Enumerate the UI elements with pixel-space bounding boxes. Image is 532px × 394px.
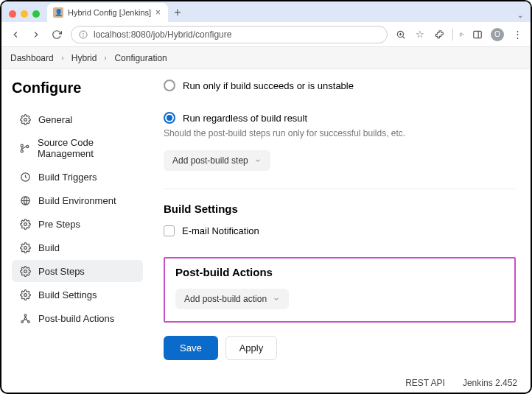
gear-icon xyxy=(19,242,31,253)
svg-point-25 xyxy=(27,320,29,323)
extensions-icon[interactable] xyxy=(433,29,445,41)
gear-icon xyxy=(19,289,31,300)
clock-icon xyxy=(19,171,31,183)
jenkins-version: Jenkins 2.452 xyxy=(463,378,517,388)
radio-icon xyxy=(164,112,175,124)
sidebar-item-label: Source Code Management xyxy=(38,137,136,159)
sidebar-item-label: Pre Steps xyxy=(38,219,80,230)
svg-point-24 xyxy=(21,320,23,323)
svg-point-26 xyxy=(24,317,27,320)
svg-line-29 xyxy=(26,319,28,321)
svg-point-15 xyxy=(27,145,29,147)
sidebar-item-source-code-management[interactable]: Source Code Management xyxy=(12,132,143,164)
sidebar-item-build[interactable]: Build xyxy=(12,236,143,258)
close-tab-icon[interactable]: × xyxy=(155,7,161,18)
close-window-button[interactable] xyxy=(9,10,16,18)
back-button[interactable] xyxy=(9,28,22,41)
gear-icon xyxy=(19,218,31,230)
svg-point-23 xyxy=(24,314,27,316)
svg-point-21 xyxy=(24,270,27,272)
breadcrumb-item[interactable]: Configuration xyxy=(114,53,167,63)
gear-icon xyxy=(19,265,31,277)
maximize-window-button[interactable] xyxy=(32,10,40,18)
sidebar-item-build-triggers[interactable]: Build Triggers xyxy=(12,166,143,188)
browser-tabstrip: 👤 Hybrid Config [Jenkins] × + ⌄ xyxy=(1,1,531,22)
save-button[interactable]: Save xyxy=(164,336,218,360)
browser-menu-icon[interactable]: ⋮ xyxy=(511,29,523,41)
sidebar-item-post-build-actions[interactable]: Post-build Actions xyxy=(12,307,143,329)
sidebar-item-label: General xyxy=(38,114,72,125)
forward-button[interactable] xyxy=(29,28,43,41)
form-actions: Save Apply xyxy=(164,336,516,360)
rest-api-link[interactable]: REST API xyxy=(405,378,445,388)
checkbox-label: E-mail Notification xyxy=(182,225,259,236)
button-label: Add post-build action xyxy=(184,294,267,304)
radio-option-regardless[interactable]: Run regardless of build result xyxy=(164,112,516,124)
zoom-icon[interactable] xyxy=(395,29,407,41)
reload-button[interactable] xyxy=(50,28,63,41)
sidebar-item-label: Post-build Actions xyxy=(38,313,114,324)
globe-icon xyxy=(19,194,31,206)
sidebar-item-build-environment[interactable]: Build Environment xyxy=(12,189,143,211)
button-label: Add post-build step xyxy=(172,155,248,166)
sidebar-item-pre-steps[interactable]: Pre Steps xyxy=(12,213,143,235)
minimize-window-button[interactable] xyxy=(21,10,28,18)
page-title: Configure xyxy=(12,80,143,96)
radio-option-succeeds-unstable[interactable]: Run only if build succeeds or is unstabl… xyxy=(164,80,516,91)
sidebar-item-build-settings[interactable]: Build Settings xyxy=(12,284,143,306)
apply-button[interactable]: Apply xyxy=(225,336,278,360)
sidebar-item-label: Build Triggers xyxy=(38,172,97,183)
post-build-actions-section: Post-build Actions Add post-build action xyxy=(164,257,516,323)
add-post-build-step-button[interactable]: Add post-build step xyxy=(164,150,270,171)
chevron-right-icon xyxy=(60,55,66,61)
reading-list-icon[interactable] xyxy=(452,29,464,41)
svg-rect-10 xyxy=(474,31,482,38)
sidebar-item-general[interactable]: General xyxy=(12,108,143,130)
svg-point-12 xyxy=(24,118,27,121)
footer: REST API Jenkins 2.452 xyxy=(1,375,531,393)
breadcrumb-item[interactable]: Dashboard xyxy=(10,53,54,63)
profile-avatar[interactable]: O xyxy=(491,28,504,41)
svg-line-4 xyxy=(402,36,405,38)
radio-label: Run only if build succeeds or is unstabl… xyxy=(183,80,354,91)
radio-icon xyxy=(164,80,175,91)
tabs-dropdown-icon[interactable]: ⌄ xyxy=(517,11,523,22)
chevron-right-icon xyxy=(102,55,108,61)
sidebar-item-label: Build Environment xyxy=(38,195,116,206)
browser-toolbar: localhost:8080/job/Hybrid/configure ☆ O … xyxy=(1,22,531,47)
sidebar-item-label: Build Settings xyxy=(38,289,97,300)
radio-label: Run regardless of build result xyxy=(183,113,307,124)
checkbox-icon xyxy=(164,225,175,236)
url-text: localhost:8080/job/Hybrid/configure xyxy=(94,29,231,40)
svg-point-13 xyxy=(21,144,23,147)
network-icon xyxy=(19,312,31,324)
svg-point-2 xyxy=(83,35,84,36)
post-build-actions-heading: Post-build Actions xyxy=(175,266,504,278)
tab-title: Hybrid Config [Jenkins] xyxy=(68,8,151,17)
site-info-icon[interactable] xyxy=(79,30,88,39)
side-panel-icon[interactable] xyxy=(472,29,483,41)
window-controls xyxy=(6,10,44,22)
build-settings-heading: Build Settings xyxy=(164,203,516,215)
bookmark-star-icon[interactable]: ☆ xyxy=(414,29,426,41)
address-bar[interactable]: localhost:8080/job/Hybrid/configure xyxy=(71,26,388,43)
divider xyxy=(164,189,516,189)
svg-point-14 xyxy=(21,149,23,152)
chevron-down-icon xyxy=(273,295,280,303)
new-tab-button[interactable]: + xyxy=(168,6,186,22)
svg-point-22 xyxy=(24,293,27,296)
email-notification-checkbox[interactable]: E-mail Notification xyxy=(164,225,516,236)
sidebar: Configure GeneralSource Code ManagementB… xyxy=(1,69,149,375)
main-content: Run only if build succeeds or is unstabl… xyxy=(149,69,531,375)
svg-point-19 xyxy=(24,222,27,225)
svg-line-28 xyxy=(23,319,25,321)
branch-icon xyxy=(19,142,30,154)
jenkins-favicon: 👤 xyxy=(53,7,63,18)
add-post-build-action-button[interactable]: Add post-build action xyxy=(175,289,289,309)
svg-point-20 xyxy=(24,246,27,249)
breadcrumb-item[interactable]: Hybrid xyxy=(71,53,97,63)
sidebar-item-label: Build xyxy=(38,242,60,253)
browser-tab[interactable]: 👤 Hybrid Config [Jenkins] × xyxy=(47,3,168,22)
chevron-down-icon xyxy=(254,157,262,164)
sidebar-item-post-steps[interactable]: Post Steps xyxy=(12,260,143,282)
